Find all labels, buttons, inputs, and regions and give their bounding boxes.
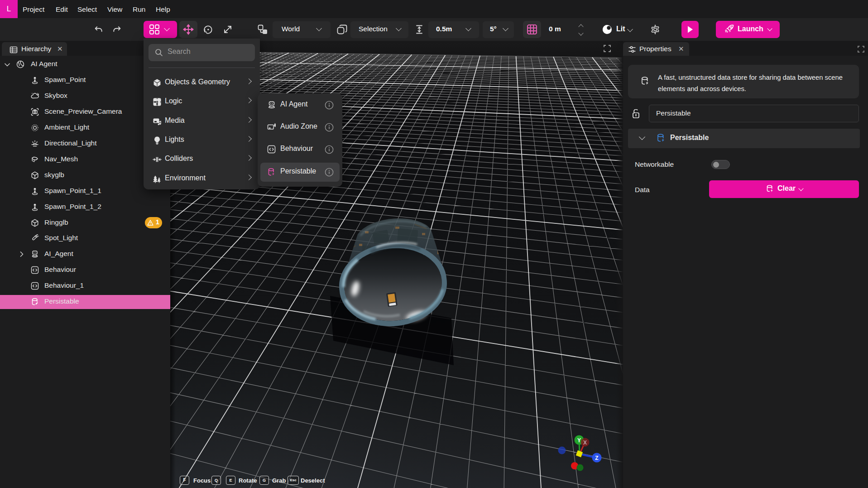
svg-text:Z: Z <box>595 455 598 461</box>
svg-text:Y: Y <box>577 437 581 444</box>
svg-text:X: X <box>583 440 587 446</box>
